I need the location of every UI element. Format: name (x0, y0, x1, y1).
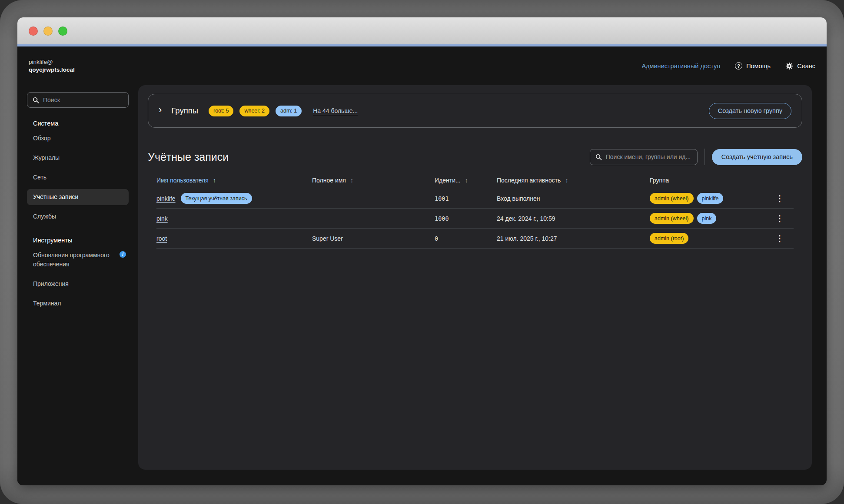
app-body: Система Обзор Журналы Сеть Учётные запис… (17, 85, 827, 485)
sort-both-icon: ↕ (565, 177, 568, 184)
group-badge: admin (root) (650, 233, 688, 244)
help-label: Помощь (746, 63, 771, 70)
help-icon: ? (735, 62, 742, 70)
session-menu-button[interactable]: Сеанс (785, 62, 815, 70)
brand-user: pinklife@ (29, 58, 75, 66)
header-fullname[interactable]: Полное имя ↕ (312, 177, 435, 184)
id-cell: 1000 (435, 215, 497, 222)
group-cell: admin (wheel) pink (650, 213, 766, 224)
macos-titlebar (17, 17, 827, 44)
group-count-badge-adm: adm: 1 (276, 106, 302, 116)
sidebar: Система Обзор Журналы Сеть Учётные запис… (17, 85, 138, 485)
group-badge: admin (wheel) (650, 193, 694, 204)
user-link[interactable]: pinklife (156, 195, 176, 202)
expand-groups-chevron-icon[interactable]: › (159, 105, 165, 116)
last-active-cell: 21 июл. 2025 г., 10:27 (497, 235, 650, 242)
user-link[interactable]: root (156, 235, 167, 242)
accounts-toolbar: Учётные записи Создать учётную запись (148, 149, 802, 165)
user-link[interactable]: pink (156, 215, 168, 222)
header-group-label: Группа (650, 177, 669, 184)
table-row: root Super User 0 21 июл. 2025 г., 10:27… (156, 229, 794, 249)
brand-host: qoycjrwpts.local (29, 66, 75, 74)
groups-title: Группы (171, 106, 198, 116)
table-row: pinklife Текущая учётная запись 1001 Вхо… (156, 189, 794, 209)
admin-access-link[interactable]: Административный доступ (641, 63, 720, 70)
fullname-cell: Super User (312, 235, 435, 242)
row-kebab-menu-icon[interactable]: ⋮ (771, 232, 788, 244)
last-active-cell: Вход выполнен (497, 195, 650, 202)
group-cell: admin (wheel) pinklife (650, 193, 766, 204)
close-window-button[interactable] (29, 27, 38, 36)
header-username-label: Имя пользователя (156, 177, 209, 184)
sidebar-item-overview[interactable]: Обзор (27, 130, 129, 146)
group-count-badge-root: root: 5 (209, 106, 233, 116)
username-cell: root (156, 235, 312, 242)
fullscreen-window-button[interactable] (58, 27, 67, 36)
table-header-row: Имя пользователя ↑ Полное имя ↕ Иденти..… (156, 172, 794, 189)
header-id[interactable]: Иденти... ↕ (435, 177, 497, 184)
sidebar-item-network[interactable]: Сеть (27, 169, 129, 186)
group-badge: pink (697, 213, 717, 224)
create-group-button[interactable]: Создать новую группу (709, 103, 791, 119)
create-account-button[interactable]: Создать учётную запись (712, 149, 802, 165)
main-panel: › Группы root: 5 wheel: 2 adm: 1 На 44 б… (138, 85, 812, 470)
header-last-active-label: Последняя активность (497, 177, 561, 184)
row-kebab-menu-icon[interactable]: ⋮ (771, 192, 788, 204)
id-cell: 1001 (435, 195, 497, 202)
sidebar-search-input[interactable] (43, 96, 123, 103)
id-cell: 0 (435, 235, 497, 242)
group-badge: pinklife (697, 193, 724, 204)
accounts-toolbar-right: Создать учётную запись (590, 149, 802, 165)
table-row: pink 1000 24 дек. 2024 г., 10:59 admin (… (156, 209, 794, 229)
row-kebab-menu-icon[interactable]: ⋮ (771, 212, 788, 224)
toolbar-divider (704, 149, 705, 165)
last-active-cell: 24 дек. 2024 г., 10:59 (497, 215, 650, 222)
sidebar-item-terminal[interactable]: Терминал (27, 295, 129, 312)
sort-ascending-icon: ↑ (213, 177, 216, 184)
header-fullname-label: Полное имя (312, 177, 346, 184)
header-username[interactable]: Имя пользователя ↑ (156, 177, 312, 184)
groups-panel: › Группы root: 5 wheel: 2 adm: 1 На 44 б… (148, 94, 802, 128)
gear-icon (785, 62, 793, 70)
sidebar-item-accounts[interactable]: Учётные записи (27, 189, 129, 205)
search-icon (595, 154, 602, 160)
sort-both-icon: ↕ (465, 177, 468, 184)
host-brand: pinklife@ qoycjrwpts.local (29, 58, 75, 74)
session-label: Сеанс (797, 63, 815, 70)
header-group: Группа (650, 177, 766, 184)
sidebar-item-software-updates[interactable]: Обновления программного обеспечения i (27, 247, 129, 272)
help-menu-button[interactable]: ? Помощь (735, 62, 771, 70)
nav-section-tools: Инструменты (33, 237, 129, 244)
masthead: pinklife@ qoycjrwpts.local Административ… (17, 46, 827, 85)
minimize-window-button[interactable] (43, 27, 53, 36)
accounts-search-input[interactable] (606, 153, 692, 160)
search-icon (33, 97, 39, 103)
username-cell: pinklife Текущая учётная запись (156, 193, 312, 204)
software-updates-label: Обновления программного обеспечения (33, 252, 110, 268)
page-title: Учётные записи (148, 151, 229, 163)
nav-section-system: Система (33, 120, 129, 127)
more-groups-link[interactable]: На 44 больше... (313, 107, 358, 114)
group-badge: admin (wheel) (650, 213, 694, 224)
masthead-actions: Административный доступ ? Помощь (641, 62, 815, 70)
sort-both-icon: ↕ (350, 177, 353, 184)
sidebar-item-services[interactable]: Службы (27, 209, 129, 225)
info-icon: i (120, 251, 126, 258)
accounts-table: Имя пользователя ↑ Полное имя ↕ Иденти..… (148, 172, 802, 249)
sidebar-item-applications[interactable]: Приложения (27, 276, 129, 292)
header-id-label: Иденти... (435, 177, 461, 184)
app-window: pinklife@ qoycjrwpts.local Административ… (17, 17, 827, 485)
accounts-search (590, 149, 698, 165)
sidebar-item-logs[interactable]: Журналы (27, 150, 129, 166)
sidebar-search (27, 92, 129, 108)
group-cell: admin (root) (650, 233, 766, 244)
group-count-badge-wheel: wheel: 2 (239, 106, 269, 116)
header-last-active[interactable]: Последняя активность ↕ (497, 177, 650, 184)
current-account-badge: Текущая учётная запись (181, 193, 252, 204)
username-cell: pink (156, 215, 312, 222)
screenshot-stage: pinklife@ qoycjrwpts.local Административ… (0, 0, 844, 504)
